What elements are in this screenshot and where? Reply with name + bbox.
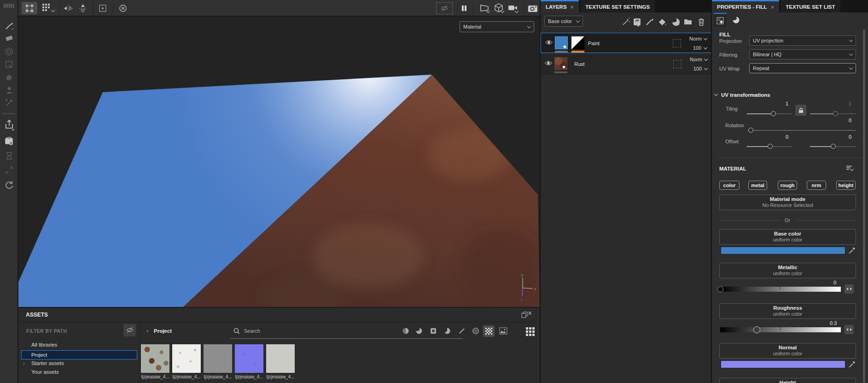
- channel-button-metal[interactable]: metal: [748, 181, 767, 190]
- offset-y-slider-handle[interactable]: [831, 144, 836, 149]
- reset-rotation-icon[interactable]: [118, 4, 128, 13]
- metallic-box[interactable]: Metallic uniform color: [719, 263, 856, 278]
- layer-row-rust[interactable]: Rust Norm 100: [541, 54, 712, 74]
- roughness-value[interactable]: 0.3: [830, 320, 837, 326]
- grid-view-icon[interactable]: [525, 326, 535, 336]
- offset-y-value[interactable]: 0: [849, 134, 851, 140]
- assets-columns-divider[interactable]: [140, 322, 140, 383]
- tab-texture-set-settings[interactable]: TEXTURE SET SETTINGS: [580, 0, 655, 12]
- roughness-balance-button[interactable]: [845, 325, 854, 334]
- polygon-fill-tool-icon[interactable]: [4, 59, 14, 70]
- properties-scrollbar[interactable]: [863, 29, 865, 383]
- delete-layer-icon[interactable]: [697, 18, 705, 26]
- material-picker-tool-icon[interactable]: [4, 98, 14, 108]
- add-effect-icon[interactable]: [622, 18, 630, 26]
- layer-blend-mode-dropdown[interactable]: Norm: [689, 36, 707, 41]
- projection-tool-icon[interactable]: [4, 47, 14, 57]
- tab-texture-set-list[interactable]: TEXTURE SET LIST: [781, 0, 840, 12]
- close-tab-icon[interactable]: ×: [771, 4, 775, 11]
- layer-anchor-slot[interactable]: [673, 60, 682, 68]
- offset-x-value[interactable]: 0: [786, 134, 788, 140]
- layer-fill-thumbnail[interactable]: [555, 36, 568, 49]
- height-box[interactable]: Height: [719, 378, 856, 383]
- close-tab-icon[interactable]: ×: [571, 4, 574, 11]
- camera-view-button[interactable]: [507, 4, 518, 12]
- tiling-lock-button[interactable]: [795, 105, 806, 116]
- viewport[interactable]: y x z Material: [18, 17, 540, 307]
- frame-center-icon[interactable]: [98, 4, 107, 13]
- asset-thumbnail[interactable]: [235, 344, 263, 373]
- filter-environments-icon[interactable]: [499, 327, 507, 335]
- offset-x-slider-handle[interactable]: [768, 144, 773, 149]
- assets-tree-starter-assets[interactable]: Starter assets: [31, 360, 64, 366]
- roughness-slider-handle[interactable]: [753, 326, 760, 333]
- filter-alphas-icon[interactable]: [472, 327, 479, 335]
- filter-smart-masks-icon[interactable]: [430, 327, 437, 335]
- eyedropper-icon[interactable]: [848, 360, 856, 368]
- geometry-view-button[interactable]: [494, 3, 504, 13]
- eraser-tool-icon[interactable]: [4, 33, 14, 43]
- perspective-view-button[interactable]: [479, 3, 490, 12]
- filter-textures-button-active[interactable]: [483, 325, 495, 337]
- layer-fill-thumbnail[interactable]: [554, 57, 567, 70]
- eyedropper-icon[interactable]: [848, 246, 856, 254]
- layer-visibility-icon[interactable]: [544, 60, 553, 66]
- add-fill-icon[interactable]: [658, 18, 667, 27]
- viewport-display-mode-dropdown[interactable]: Material: [460, 21, 534, 32]
- filter-filters-icon[interactable]: [443, 327, 451, 335]
- tiling-x-slider-handle[interactable]: [771, 111, 776, 116]
- filter-brushes-icon[interactable]: [458, 327, 466, 335]
- filtering-dropdown[interactable]: Bilinear | HQ: [749, 49, 856, 59]
- add-paint-layer-icon[interactable]: [645, 18, 654, 26]
- layer-name[interactable]: Paint: [588, 41, 600, 46]
- channel-button-height[interactable]: height: [836, 181, 856, 190]
- channel-selector-dropdown[interactable]: Base color: [544, 16, 583, 27]
- tiling-y-slider-handle[interactable]: [833, 111, 838, 116]
- expand-chevron-icon[interactable]: ›: [23, 360, 25, 366]
- add-smart-material-icon[interactable]: [671, 18, 681, 27]
- asset-thumbnail[interactable]: [266, 344, 295, 373]
- pause-engine-icon[interactable]: [460, 5, 468, 12]
- layer-row-paint[interactable]: Paint Norm 100: [541, 33, 712, 53]
- toolbar-drag-handle[interactable]: [4, 4, 15, 8]
- tiling-x-value[interactable]: 1: [786, 101, 788, 106]
- roughness-box[interactable]: Roughness uniform color: [719, 303, 856, 319]
- base-color-box[interactable]: Base color uniform color: [719, 229, 856, 245]
- layer-opacity-dropdown[interactable]: 100: [693, 66, 707, 71]
- hide-filter-panel-button[interactable]: [123, 324, 136, 336]
- filter-smart-materials-icon[interactable]: [415, 327, 423, 335]
- mirror-vertical-icon[interactable]: [78, 3, 87, 13]
- resources-icon[interactable]: [4, 135, 15, 147]
- search-input[interactable]: Search: [244, 328, 260, 334]
- filter-materials-icon[interactable]: [402, 327, 409, 335]
- base-color-swatch[interactable]: [721, 247, 845, 254]
- metallic-slider[interactable]: [720, 287, 841, 292]
- float-panel-icon[interactable]: [521, 311, 528, 318]
- layer-name[interactable]: Rust: [574, 61, 585, 67]
- assets-tree-your-assets[interactable]: Your assets: [31, 369, 59, 375]
- channel-button-rough[interactable]: rough: [778, 181, 797, 190]
- smudge-tool-icon[interactable]: [4, 72, 14, 82]
- metallic-slider-handle[interactable]: [717, 286, 723, 292]
- rotation-slider[interactable]: [748, 130, 856, 131]
- asset-thumbnail[interactable]: [204, 344, 232, 373]
- channel-button-color[interactable]: color: [719, 181, 740, 190]
- paint-tool-icon[interactable]: [4, 21, 14, 31]
- stencil-visibility-button[interactable]: [436, 2, 453, 14]
- channel-button-nrm[interactable]: nrm: [807, 181, 826, 190]
- tab-layers[interactable]: LAYERS ×: [541, 0, 579, 12]
- rotation-value[interactable]: 0: [849, 118, 851, 123]
- asset-thumbnail[interactable]: [172, 344, 201, 373]
- rectangle-select-button[interactable]: [22, 2, 37, 14]
- expand-view-icon[interactable]: [4, 165, 14, 175]
- clone-tool-icon[interactable]: [4, 85, 14, 95]
- roughness-slider[interactable]: [720, 327, 841, 332]
- normal-box[interactable]: Normal uniform color: [719, 343, 856, 359]
- layer-visibility-icon[interactable]: [545, 39, 553, 46]
- material-menu-button[interactable]: [845, 165, 853, 171]
- mirror-horizontal-icon[interactable]: [63, 4, 73, 13]
- tiling-y-value[interactable]: 1: [849, 101, 851, 106]
- properties-subtab-settings[interactable]: [714, 13, 727, 27]
- rotation-slider-handle[interactable]: [748, 128, 753, 133]
- asset-thumbnail[interactable]: [141, 344, 169, 373]
